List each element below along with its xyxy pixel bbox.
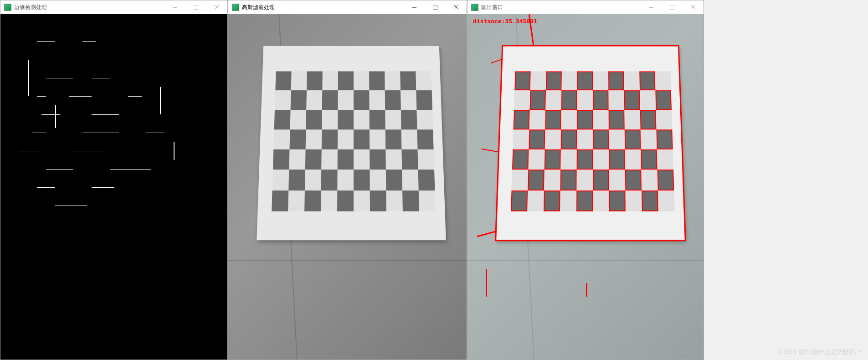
checker-cell (416, 90, 432, 110)
checker-cell (530, 72, 546, 91)
checker-cell (561, 129, 577, 149)
checker-cell (655, 72, 671, 91)
checker-cell (419, 190, 436, 211)
checker-cell (514, 110, 530, 129)
maximize-button[interactable] (425, 0, 446, 14)
checker-cell (561, 110, 577, 129)
checker-cell (545, 110, 561, 129)
checker-cell (291, 90, 307, 110)
checker-cell (640, 90, 656, 110)
checker-cell (546, 72, 562, 91)
checker-cell (577, 90, 593, 110)
checker-cell (273, 149, 290, 170)
titlebar-output[interactable]: 输出窗口 (467, 0, 704, 14)
close-button[interactable] (446, 0, 467, 14)
checker-cell (273, 129, 290, 149)
minimize-button[interactable] (641, 0, 662, 14)
checker-cell (593, 190, 609, 211)
app-icon (4, 4, 11, 11)
checker-cell (656, 129, 673, 149)
checker-cell (385, 110, 401, 129)
window-title: 输出窗口 (481, 4, 641, 11)
checker-cell (401, 149, 418, 170)
close-button[interactable] (683, 0, 704, 14)
close-button[interactable] (206, 0, 227, 14)
app-icon (471, 4, 478, 11)
checker-cell (418, 149, 435, 170)
window-title: 边缘检测处理 (14, 4, 164, 11)
checker-cell (577, 110, 593, 129)
output-image: distance:35.345091 (467, 14, 704, 360)
checkerboard-pattern (272, 72, 436, 211)
checker-cell (576, 170, 593, 190)
checker-cell (306, 110, 322, 129)
checker-cell (639, 72, 655, 91)
checker-cell (370, 190, 386, 211)
checkerboard-pattern-detected (511, 72, 675, 211)
checker-cell (322, 90, 338, 110)
checker-cell (624, 72, 640, 91)
checker-cell (370, 149, 386, 170)
checker-cell (338, 90, 354, 110)
checker-cell (528, 170, 544, 190)
checker-cell (322, 129, 338, 149)
checker-cell (321, 149, 338, 170)
gaussian-filter-image (228, 14, 467, 360)
window-title: 高斯滤波处理 (242, 4, 404, 11)
checker-cell (401, 129, 418, 149)
checker-cell (304, 190, 321, 211)
checker-cell (641, 149, 657, 170)
checker-cell (385, 129, 402, 149)
checker-cell (593, 170, 609, 190)
checker-cell (289, 129, 306, 149)
checker-cell (593, 72, 608, 91)
checker-cell (338, 110, 354, 129)
checker-cell (401, 110, 417, 129)
checker-cell (416, 72, 431, 91)
checker-cell (527, 190, 544, 211)
titlebar-gauss[interactable]: 高斯滤波处理 (228, 0, 467, 14)
checker-cell (354, 170, 370, 190)
checker-cell (354, 190, 370, 211)
checker-cell (641, 129, 657, 149)
svg-rect-1 (194, 5, 198, 10)
checker-cell (275, 72, 291, 91)
minimize-button[interactable] (164, 0, 185, 14)
checker-cell (560, 190, 576, 211)
checker-cell (322, 110, 338, 129)
app-icon (232, 4, 239, 11)
titlebar-edge[interactable]: 边缘检测处理 (0, 0, 227, 14)
checker-cell (305, 170, 321, 190)
checker-cell (577, 129, 593, 149)
checker-cell (608, 90, 624, 110)
checker-cell (625, 190, 642, 211)
checker-cell (545, 129, 561, 149)
edge-detection-image (0, 14, 227, 360)
checker-cell (655, 90, 672, 110)
checker-cell (354, 90, 370, 110)
minimize-button[interactable] (404, 0, 425, 14)
window-edge-detection: 边缘检测处理 (0, 0, 228, 360)
checker-cell (560, 149, 577, 170)
checker-cell (274, 110, 291, 129)
maximize-button[interactable] (662, 0, 683, 14)
maximize-button[interactable] (185, 0, 206, 14)
checker-cell (577, 72, 593, 91)
checker-cell (354, 110, 370, 129)
csdn-watermark: CSDN @知道什么是码怪吗？ (779, 348, 863, 356)
checker-cell (577, 149, 593, 170)
checker-cell (321, 190, 337, 211)
checker-cell (640, 110, 657, 129)
checker-cell (354, 129, 370, 149)
checker-cell (529, 110, 546, 129)
checker-cell (530, 90, 546, 110)
checker-cell (385, 90, 401, 110)
checker-cell (529, 129, 545, 149)
checker-cell (272, 190, 288, 211)
checker-cell (385, 149, 402, 170)
checker-cell (337, 170, 354, 190)
checker-cell (369, 90, 385, 110)
checker-cell (609, 170, 625, 190)
checker-cell (354, 72, 369, 91)
checker-cell (288, 170, 305, 190)
